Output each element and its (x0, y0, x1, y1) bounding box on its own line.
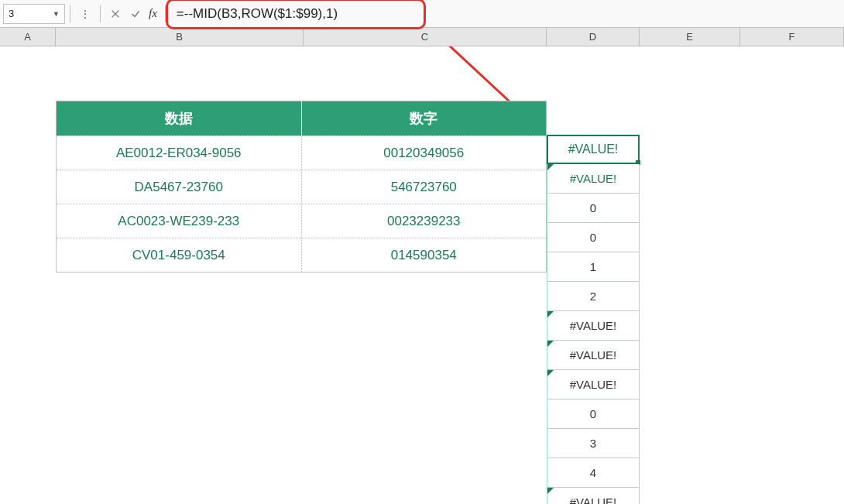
cell-flag-icon (547, 488, 554, 494)
check-icon (130, 9, 141, 19)
cell-data[interactable]: AE0012-ER034-9056 (57, 136, 302, 170)
fx-label[interactable]: fx (149, 7, 157, 20)
table-row: AE0012-ER034-9056 00120349056 ! (57, 135, 546, 170)
x-icon (110, 9, 121, 19)
cell-number[interactable]: 014590354 (302, 238, 547, 272)
spill-cell[interactable]: 0 (547, 223, 640, 252)
column-header-E[interactable]: E (640, 28, 740, 46)
name-box-value: 3 (9, 8, 14, 19)
column-header-D[interactable]: D (547, 28, 640, 46)
cell-data[interactable]: AC0023-WE239-233 (57, 204, 302, 238)
cell-flag-icon (547, 341, 554, 347)
cell-flag-icon (547, 370, 554, 376)
column-header-F[interactable]: F (740, 28, 844, 46)
chevron-down-icon: ▼ (53, 10, 60, 18)
formula-text: =--MID(B3,ROW($1:$99),1) (170, 6, 338, 22)
cancel-button[interactable] (105, 4, 125, 24)
separator (100, 5, 101, 22)
spill-range: #VALUE! #VALUE! 0 0 1 2 #VALUE! #VALUE! … (547, 135, 640, 504)
cell-data[interactable]: DA5467-23760 (57, 170, 302, 204)
table-header-number[interactable]: 数字 (302, 101, 547, 135)
formula-input[interactable]: =--MID(B3,ROW($1:$99),1) (170, 2, 418, 26)
column-header-B[interactable]: B (56, 28, 304, 46)
spill-cell[interactable]: 2 (547, 282, 640, 311)
grid-area[interactable]: 数据 数字 AE0012-ER034-9056 00120349056 ! DA… (0, 46, 844, 504)
table-row: CV01-459-0354 014590354 (57, 238, 546, 272)
spill-cell[interactable]: #VALUE! (547, 341, 640, 370)
table-header-row: 数据 数字 (57, 101, 546, 135)
column-header-C[interactable]: C (304, 28, 547, 46)
formula-bar: 3 ▼ ⋮ fx =--MID(B3,ROW($1:$99),1) (0, 0, 844, 28)
cell-number[interactable]: 546723760 (302, 170, 547, 204)
separator (165, 5, 166, 22)
spill-cell[interactable]: #VALUE! (547, 164, 640, 194)
spill-cell[interactable]: 1 (547, 252, 640, 282)
data-table: 数据 数字 AE0012-ER034-9056 00120349056 ! DA… (56, 101, 547, 273)
cell-data[interactable]: CV01-459-0354 (57, 238, 302, 272)
spill-cell[interactable]: 0 (547, 399, 640, 429)
spill-cell[interactable]: #VALUE! (547, 488, 640, 504)
spill-cell[interactable]: 4 (547, 458, 640, 488)
cell-flag-icon (547, 164, 554, 170)
spill-cell[interactable]: 3 (547, 429, 640, 458)
table-header-data[interactable]: 数据 (57, 101, 302, 135)
table-row: AC0023-WE239-233 0023239233 (57, 204, 546, 238)
column-header-A[interactable]: A (0, 28, 56, 46)
spill-cell[interactable]: #VALUE! (547, 370, 640, 399)
separator (70, 5, 70, 22)
table-row: DA5467-23760 546723760 (57, 170, 546, 204)
cell-flag-icon (547, 311, 554, 317)
enter-button[interactable] (125, 4, 146, 24)
more-button[interactable]: ⋮ (75, 4, 95, 24)
column-headers: A B C D E F (0, 28, 844, 46)
active-cell[interactable]: #VALUE! (547, 135, 640, 164)
spill-cell[interactable]: 0 (547, 194, 640, 223)
name-box[interactable]: 3 ▼ (3, 4, 65, 24)
cell-number[interactable]: 00120349056 ! (302, 136, 547, 170)
spill-cell[interactable]: #VALUE! (547, 311, 640, 341)
cell-number[interactable]: 0023239233 (302, 204, 547, 238)
